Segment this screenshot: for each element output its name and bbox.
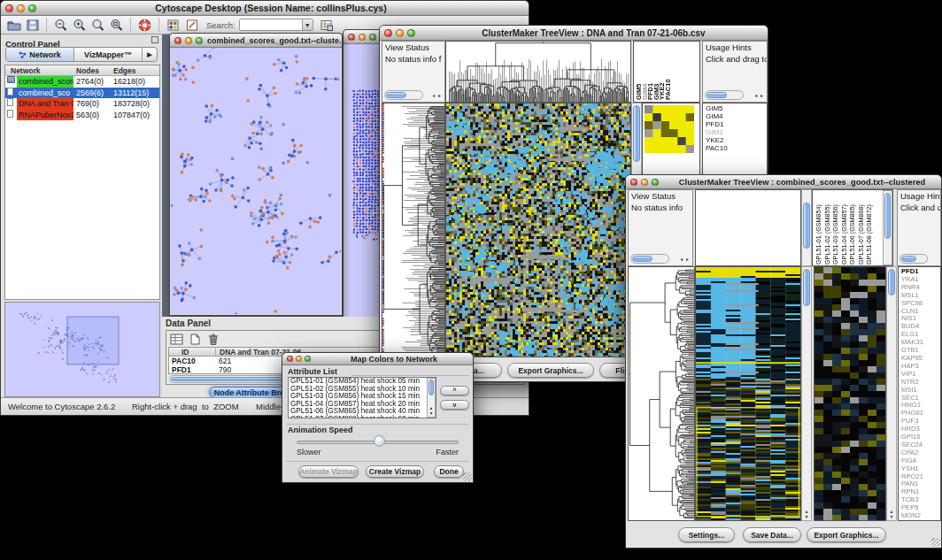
tv1-row-dendrogram-canvas[interactable] bbox=[382, 104, 444, 357]
scrollbar-thumb[interactable] bbox=[706, 92, 727, 98]
tv1-export-graphics-button[interactable]: Export Graphics... bbox=[507, 363, 594, 378]
network-name[interactable]: combined_scores bbox=[17, 76, 73, 88]
gene-label[interactable]: GIM4 bbox=[706, 112, 767, 120]
zoom-window-icon[interactable] bbox=[369, 34, 376, 41]
tv1-column-dendrogram-canvas[interactable] bbox=[446, 42, 630, 102]
scroll-arrows-icon[interactable]: ◂ ▸ bbox=[754, 92, 764, 98]
tv2-column-labels[interactable]: GPL51-01 (GSM854)GPL51-02 (GSM855)GPL51-… bbox=[815, 191, 882, 265]
tv1-heatmap[interactable] bbox=[445, 103, 631, 357]
gene-label[interactable]: PFD1 bbox=[706, 120, 767, 128]
done-button[interactable]: Done bbox=[434, 465, 464, 478]
scrollbar-thumb[interactable] bbox=[901, 256, 916, 262]
gene-label[interactable]: YKE2 bbox=[706, 136, 767, 144]
resize-grip-icon[interactable] bbox=[463, 472, 472, 481]
scroll-arrows-icon[interactable]: ▴▾ bbox=[887, 509, 896, 519]
select-attributes-icon[interactable] bbox=[169, 332, 184, 346]
gene-label[interactable]: GIM5 bbox=[706, 104, 767, 112]
close-icon[interactable] bbox=[348, 34, 355, 41]
column-label[interactable]: PAC10 bbox=[666, 43, 672, 100]
resize-grip-icon[interactable] bbox=[931, 538, 940, 547]
tv2-labels-vscrollbar[interactable] bbox=[883, 190, 892, 265]
minimize-icon[interactable] bbox=[641, 179, 648, 186]
tv1-zoom-heatmap-canvas[interactable] bbox=[645, 105, 694, 153]
vizmap-grid-icon[interactable] bbox=[165, 17, 181, 33]
close-icon[interactable] bbox=[287, 356, 293, 362]
network-row[interactable]: RNAPuberNov2+| 563(0) 107847(0) bbox=[5, 110, 159, 121]
tab-overflow-button[interactable]: ▶ bbox=[143, 48, 157, 61]
network-row[interactable]: DNA and Tran 07 769(0) 183728(0) bbox=[5, 98, 159, 110]
col-nodes[interactable]: Nodes bbox=[76, 66, 99, 75]
delete-attribute-icon[interactable] bbox=[206, 332, 220, 346]
scrollbar-thumb[interactable] bbox=[888, 269, 895, 295]
col-network[interactable]: Network bbox=[11, 66, 41, 75]
column-label[interactable]: GPL51-02 (GSM855) bbox=[823, 191, 832, 265]
move-down-button[interactable]: v bbox=[440, 400, 469, 410]
tv2-settings-button[interactable]: Settings... bbox=[678, 527, 735, 542]
search-dropdown-icon[interactable]: ▼ bbox=[302, 19, 313, 30]
treeview2-titlebar[interactable]: ClusterMaker TreeView : combined_scores_… bbox=[626, 175, 941, 189]
search-input[interactable]: ▼ bbox=[239, 19, 313, 31]
table-import-icon[interactable] bbox=[319, 17, 336, 33]
col-id[interactable]: ID bbox=[181, 348, 189, 357]
gene-label[interactable]: GIM3 bbox=[706, 128, 767, 136]
zoom-window-icon[interactable] bbox=[407, 29, 415, 37]
column-label[interactable]: GPL51-06 (GSM865) bbox=[848, 191, 857, 265]
save-icon[interactable] bbox=[24, 17, 41, 33]
treeview1-titlebar[interactable]: ClusterMaker TreeView : DNA and Tran 07-… bbox=[380, 26, 768, 41]
scrollbar-thumb[interactable] bbox=[803, 203, 810, 249]
column-label[interactable]: GPL51-08 (GSM872) bbox=[865, 191, 874, 265]
tv2-zoom-heatmap-canvas[interactable] bbox=[815, 267, 885, 520]
tv1-heatmap-canvas[interactable] bbox=[446, 104, 630, 357]
tv2-status-hscrollbar[interactable] bbox=[630, 254, 669, 264]
open-folder-icon[interactable] bbox=[5, 17, 22, 33]
close-icon[interactable] bbox=[5, 4, 13, 12]
column-label[interactable]: PFD1 bbox=[648, 43, 654, 100]
tv2-export-graphics-button[interactable]: Export Graphics... bbox=[807, 527, 886, 542]
dialog-titlebar[interactable]: Map Colors to Network bbox=[282, 353, 473, 365]
zoom-selected-icon[interactable] bbox=[108, 17, 125, 33]
minimize-icon[interactable] bbox=[17, 4, 25, 12]
col-edges[interactable]: Edges bbox=[113, 66, 136, 75]
scrollbar-thumb[interactable] bbox=[632, 256, 652, 262]
tv2-zoom-vscrollbar[interactable]: ▴▾ bbox=[886, 266, 897, 521]
network-name[interactable]: RNAPuberNov2+| bbox=[17, 110, 73, 121]
scrollbar-thumb[interactable] bbox=[429, 380, 434, 395]
zoom-window-icon[interactable] bbox=[28, 4, 36, 12]
tv2-heatmap-canvas[interactable] bbox=[696, 267, 800, 520]
network-table-header[interactable]: Network Nodes Edges bbox=[5, 65, 159, 76]
minimize-icon[interactable] bbox=[396, 29, 404, 37]
close-icon[interactable] bbox=[174, 37, 181, 44]
network-name[interactable]: combined_sco bbox=[17, 88, 72, 99]
tv1-row-dendrogram[interactable] bbox=[382, 103, 445, 357]
column-label[interactable]: GPL51-07 (GSM868) bbox=[857, 191, 866, 265]
speed-slider-thumb[interactable] bbox=[374, 435, 385, 447]
scrollbar-thumb[interactable] bbox=[386, 92, 406, 98]
attribute-list-vscrollbar[interactable]: ▴▾ bbox=[427, 378, 436, 418]
close-icon[interactable] bbox=[384, 29, 392, 37]
tv2-column-dendrogram-area[interactable] bbox=[695, 189, 801, 266]
scroll-arrows-icon[interactable]: ▴▾ bbox=[428, 405, 435, 416]
tv1-hints-hscrollbar[interactable] bbox=[705, 90, 744, 100]
zoom-window-icon[interactable] bbox=[305, 356, 311, 362]
scrollbar-thumb[interactable] bbox=[803, 269, 810, 306]
zoom-in-icon[interactable] bbox=[71, 17, 88, 33]
window-controls[interactable] bbox=[170, 37, 207, 44]
animate-vizmap-button[interactable]: Animate Vizmap bbox=[298, 465, 359, 478]
annotation-icon[interactable] bbox=[183, 17, 200, 33]
zoom-fit-icon[interactable] bbox=[89, 17, 106, 33]
tv2-gene-list[interactable]: PFD1YRA1RNR4MSL1SPC98CLN1NIS1BUD4ELG1MAK… bbox=[898, 266, 941, 521]
float-panel-icon[interactable] bbox=[151, 36, 158, 43]
close-icon[interactable] bbox=[630, 179, 637, 186]
scrollbar-thumb[interactable] bbox=[884, 193, 891, 239]
window-controls[interactable] bbox=[380, 29, 420, 37]
window-controls[interactable] bbox=[1, 4, 41, 12]
zoom-window-icon[interactable] bbox=[652, 179, 659, 186]
column-label[interactable]: YKE2 bbox=[660, 43, 666, 100]
birdseye-canvas[interactable] bbox=[5, 303, 159, 396]
window-controls[interactable] bbox=[344, 34, 381, 41]
new-attribute-icon[interactable] bbox=[189, 332, 202, 346]
network-name[interactable]: DNA and Tran 07 bbox=[17, 98, 73, 110]
tv1-status-hscrollbar[interactable] bbox=[384, 90, 423, 100]
cytoscape-titlebar[interactable]: Cytoscape Desktop (Session Name: collins… bbox=[1, 1, 529, 16]
gene-label[interactable]: PAC10 bbox=[706, 144, 767, 152]
